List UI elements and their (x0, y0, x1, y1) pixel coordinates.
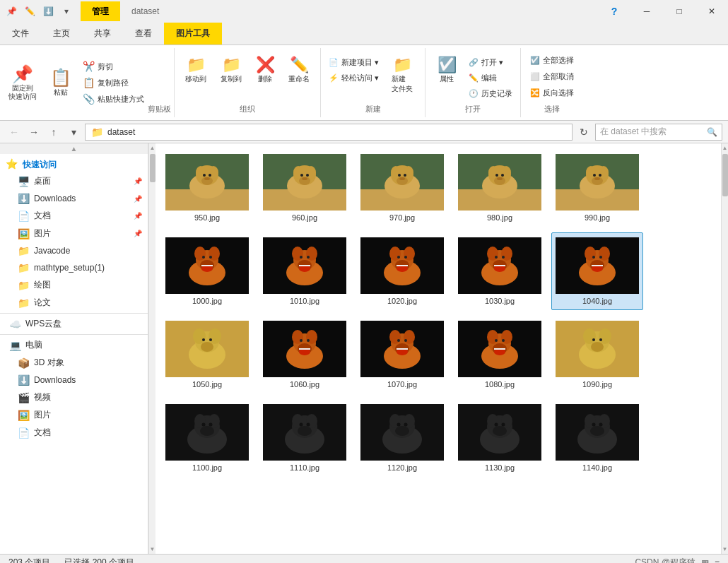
dropdown-icon[interactable]: ▾ (58, 3, 75, 20)
address-path[interactable]: 📁 dataset (85, 124, 573, 141)
sidebar-item-thesis[interactable]: 📁 论文 (0, 294, 148, 312)
list-item[interactable]: 1010.jpg (259, 232, 351, 310)
list-item[interactable]: 990.jpg (551, 149, 643, 227)
refresh-btn[interactable]: ↻ (575, 124, 592, 141)
svg-point-37 (495, 174, 498, 177)
sidebar-item-painting[interactable]: 📁 绘图 (0, 276, 148, 294)
paste-shortcut-btn[interactable]: 📎粘贴快捷方式 (79, 91, 148, 107)
list-item[interactable]: 1070.jpg (356, 316, 448, 393)
recent-btn[interactable]: ▾ (65, 124, 82, 141)
paste-btn[interactable]: 📋 粘贴 (44, 64, 78, 101)
svg-point-103 (193, 328, 206, 344)
sidebar-item-pictures[interactable]: 🖼️ 图片 📌 (0, 225, 148, 242)
management-tab[interactable]: 管理 (81, 1, 120, 21)
svg-point-141 (583, 328, 596, 344)
copy-to-btn[interactable]: 📁 复制到 (214, 52, 248, 88)
cut-btn[interactable]: ✂️剪切 (79, 59, 148, 74)
forward-btn[interactable]: → (25, 124, 42, 141)
easy-access-btn[interactable]: ⚡轻松访问 ▾ (325, 71, 382, 85)
file-name: 1130.jpg (485, 463, 515, 472)
select-none-btn[interactable]: ⬜全部取消 (527, 69, 577, 84)
sidebar-item-mathtype[interactable]: 📁 mathtype_setup(1) (0, 259, 148, 276)
edit-btn[interactable]: ✏️编辑 (465, 71, 516, 85)
back-btn[interactable]: ← (6, 124, 23, 141)
sidebar-item-documents2[interactable]: 📄 文档 (0, 424, 148, 441)
list-item[interactable]: 980.jpg (454, 149, 546, 227)
up-btn[interactable]: ↑ (45, 124, 62, 141)
dataset-tab[interactable]: dataset (120, 1, 170, 21)
3d-icon: 📦 (17, 357, 30, 369)
copy-btn[interactable]: 📋复制路径 (79, 75, 148, 90)
list-item[interactable]: 950.jpg (161, 149, 253, 227)
select-all-btn[interactable]: ☑️全部选择 (527, 53, 577, 68)
list-item[interactable]: 1140.jpg (551, 399, 643, 477)
minimize-btn[interactable]: ─ (630, 0, 663, 23)
svg-point-64 (306, 247, 317, 261)
delete-btn[interactable]: ❌ 删除 (249, 52, 281, 88)
move-to-btn[interactable]: 📁 移动到 (179, 52, 213, 88)
computer-icon: 💻 (8, 340, 21, 351)
list-item[interactable]: 1050.jpg (161, 316, 253, 393)
sidebar-item-desktop[interactable]: 🖥️ 桌面 📌 (0, 172, 148, 190)
sidebar-item-javacode[interactable]: 📁 Javacode (0, 242, 148, 259)
list-item[interactable]: 970.jpg (356, 149, 448, 227)
grid-scrollbar[interactable]: ▲ ▼ (721, 143, 728, 554)
tab-share[interactable]: 共享 (82, 23, 123, 45)
svg-point-5 (209, 166, 218, 179)
svg-point-167 (395, 426, 409, 436)
list-item[interactable]: 1080.jpg (454, 316, 546, 393)
list-item[interactable]: 1100.jpg (161, 399, 253, 477)
sidebar-item-documents[interactable]: 📄 文档 📌 (0, 207, 148, 225)
sidebar-item-computer[interactable]: 💻 电脑 (0, 336, 148, 354)
list-item[interactable]: 1110.jpg (259, 399, 351, 477)
open-btn[interactable]: 🔗打开 ▾ (465, 55, 516, 70)
svg-point-112 (306, 330, 317, 344)
help-btn[interactable]: ? (598, 0, 630, 23)
list-item[interactable]: 1060.jpg (259, 316, 351, 393)
pin-to-quick-access-btn[interactable]: 📌 固定到快速访问 (3, 61, 42, 105)
window-controls: ? ─ □ ✕ (598, 0, 728, 23)
properties-btn[interactable]: ☑️ 属性 (430, 52, 464, 88)
maximize-btn[interactable]: □ (663, 0, 695, 23)
tab-file[interactable]: 文件 (0, 23, 41, 45)
list-item[interactable]: 960.jpg (259, 149, 351, 227)
list-item[interactable]: 1120.jpg (356, 399, 448, 477)
list-item[interactable]: 1030.jpg (454, 232, 546, 310)
new-item-btn[interactable]: 📄新建项目 ▾ (325, 55, 382, 70)
sidebar-item-3d[interactable]: 📦 3D 对象 (0, 354, 148, 372)
pin-icon[interactable]: 📌 (3, 3, 20, 20)
file-name: 1100.jpg (192, 463, 222, 472)
pin-icon: 📌 (134, 177, 142, 185)
sidebar-item-wps[interactable]: ☁️ WPS云盘 (0, 315, 148, 333)
tab-view[interactable]: 查看 (123, 23, 164, 45)
list-item[interactable]: 1090.jpg (551, 316, 643, 393)
file-thumbnail (360, 404, 444, 461)
list-item[interactable]: 1130.jpg (454, 399, 546, 477)
list-item[interactable]: 1040.jpg (551, 232, 643, 310)
file-name: 1090.jpg (582, 380, 612, 389)
tab-image-tools[interactable]: 图片工具 (164, 23, 222, 45)
history-btn[interactable]: 🕐历史记录 (465, 86, 516, 101)
invert-select-btn[interactable]: 🔀反向选择 (527, 85, 577, 100)
rename-btn[interactable]: ✏️ 重命名 (282, 52, 316, 88)
view-list-icon[interactable]: ≡ (715, 558, 720, 564)
sidebar-scrollbar[interactable]: ▲ ▼ (148, 143, 155, 554)
search-box[interactable]: 在 dataset 中搜索 🔍 (595, 124, 722, 141)
file-name: 990.jpg (585, 213, 610, 222)
sidebar-item-downloads[interactable]: ⬇️ Downloads (0, 372, 148, 389)
svg-point-131 (487, 330, 498, 344)
sidebar-item-pictures2[interactable]: 🖼️ 图片 (0, 406, 148, 424)
sidebar-item-downloads-quick[interactable]: ⬇️ Downloads 📌 (0, 190, 148, 207)
tab-home[interactable]: 主页 (41, 23, 82, 45)
edit-icon[interactable]: ✏️ (21, 3, 38, 20)
sidebar-item-videos[interactable]: 🎬 视频 (0, 389, 148, 406)
svg-point-93 (585, 247, 596, 261)
file-thumbnail (263, 404, 346, 461)
view-grid-icon[interactable]: ▦ (701, 558, 709, 564)
file-name: 970.jpg (389, 213, 415, 222)
list-item[interactable]: 1000.jpg (161, 232, 253, 310)
new-folder-btn[interactable]: 📁 新建文件夹 (384, 52, 421, 97)
list-item[interactable]: 1020.jpg (356, 232, 448, 310)
undo-icon[interactable]: ⬇️ (40, 3, 57, 20)
close-btn[interactable]: ✕ (695, 0, 728, 23)
